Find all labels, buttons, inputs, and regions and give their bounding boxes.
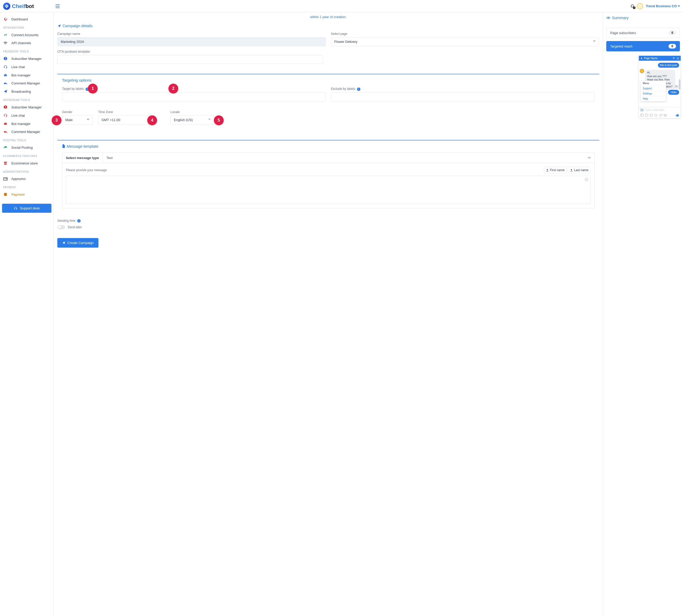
select-page-dropdown[interactable]: Flower Delivery — [331, 37, 599, 46]
sidebar-item-api-channels[interactable]: API channels — [1, 39, 52, 47]
sidebar-item-ig-live-chat[interactable]: Live chat — [1, 111, 52, 119]
section-payment: PAYMENT — [1, 183, 52, 190]
message-textarea[interactable] — [66, 176, 591, 204]
id-card-icon — [3, 177, 8, 181]
camera-icon[interactable] — [664, 114, 667, 117]
sidebar-item-payment[interactable]: Payment — [1, 190, 52, 199]
account-avatar[interactable] — [637, 3, 643, 9]
sidebar-item-fb-subscriber-manager[interactable]: Subscriber Manager — [1, 54, 52, 63]
stat-page-subscribers[interactable]: Page subscribers 0 — [606, 28, 680, 38]
locale-select[interactable]: English (US) — [170, 115, 214, 125]
divider — [57, 140, 599, 140]
sidebar-item-label: Live chat — [12, 114, 25, 117]
stat-targeted-reach[interactable]: Targeted reach 0 — [606, 41, 680, 51]
chat-menu-item-settings[interactable]: Settings — [641, 91, 666, 96]
insert-last-name-button[interactable]: Last name — [568, 167, 591, 174]
coins-icon — [3, 192, 8, 196]
stat-value: 0 — [668, 30, 676, 35]
sidebar-item-fb-comment-manager[interactable]: Comment Manager — [1, 79, 52, 87]
chat-page-name: Page Name — [644, 57, 658, 60]
sticker-icon[interactable] — [645, 114, 648, 117]
image-icon[interactable] — [640, 114, 643, 117]
main-content: within 1 year of creation. Campaign deta… — [54, 13, 603, 616]
insert-first-name-button[interactable]: First name — [544, 167, 567, 174]
share-icon — [3, 145, 8, 150]
svg-point-16 — [547, 169, 548, 170]
sidebar-item-label: Bot manager — [12, 73, 30, 77]
sidebar-item-ig-comment-manager[interactable]: Comment Manager — [1, 128, 52, 136]
svg-point-21 — [608, 17, 609, 18]
sidebar-item-label: Social Posting — [12, 146, 33, 150]
sidebar-item-label: Ecommerce store — [12, 161, 38, 165]
sidebar-item-dashboard[interactable]: Dashboard — [1, 15, 52, 23]
support-desk-button[interactable]: Support desk — [2, 204, 51, 213]
link-icon — [3, 33, 8, 37]
exclude-by-labels-input[interactable] — [331, 92, 595, 102]
sidebar-item-appsumo[interactable]: Appsumo — [1, 175, 52, 183]
target-by-labels-input[interactable] — [62, 92, 326, 102]
headset-icon — [3, 65, 8, 69]
info-icon[interactable]: i — [77, 219, 81, 223]
chat-menu-item-help[interactable]: Help — [641, 96, 666, 101]
svg-point-24 — [641, 114, 642, 115]
campaign-name-input[interactable] — [57, 37, 326, 46]
like-icon[interactable] — [676, 113, 679, 117]
notification-bell-icon[interactable]: 0 — [630, 4, 635, 8]
create-campaign-button[interactable]: Create Campaign — [57, 238, 99, 248]
chevron-left-icon[interactable] — [640, 57, 642, 59]
sidebar-item-label: Appsumo — [12, 177, 26, 181]
svg-point-10 — [5, 124, 5, 124]
message-template-title: Message template — [62, 144, 599, 149]
sidebar-item-ig-bot-manager[interactable]: Bot manager — [1, 119, 52, 128]
message-type-select[interactable]: Text — [103, 153, 594, 163]
sidebar-item-label: Subscriber Manager — [12, 105, 42, 109]
attachment-icon[interactable] — [659, 114, 662, 117]
svg-point-11 — [6, 124, 6, 124]
scrollbar-thumb[interactable] — [679, 79, 680, 90]
summary-panel: Summary Page subscribers 0 Targeted reac… — [603, 13, 683, 616]
sidebar-item-social-posting[interactable]: Social Posting — [1, 143, 52, 152]
otn-input[interactable] — [57, 55, 323, 64]
svg-point-5 — [5, 75, 5, 75]
menu-icon[interactable] — [640, 109, 643, 111]
brand-icon — [3, 3, 10, 10]
step-marker-4: 4 — [147, 115, 157, 125]
chat-menu-header: Menu — [641, 81, 666, 86]
stat-value: 0 — [668, 44, 676, 48]
gender-label: Gender — [62, 110, 93, 114]
brand-logo: Cheifbot — [3, 3, 34, 10]
send-later-label: Send later — [68, 225, 82, 229]
gear-icon[interactable] — [673, 57, 675, 60]
chat-input-placeholder[interactable]: Type a message... — [645, 108, 679, 111]
send-later-toggle[interactable] — [57, 225, 65, 229]
info-icon[interactable]: i — [357, 88, 360, 91]
sidebar-item-connect-accounts[interactable]: Connect Accounts — [1, 31, 52, 39]
gif-icon[interactable] — [650, 114, 653, 117]
emoji-icon[interactable] — [654, 114, 657, 117]
gender-select[interactable]: Male — [62, 115, 93, 125]
sidebar: Dashboard INTEGRATIONS Connect Accounts … — [0, 13, 54, 616]
sidebar-item-fb-live-chat[interactable]: Live chat — [1, 63, 52, 71]
timezone-select[interactable]: GMT +11.00 — [98, 115, 155, 125]
otn-label: OTN postback template — [57, 50, 323, 53]
hamburger-toggle-icon[interactable] — [56, 4, 60, 8]
account-dropdown[interactable]: Trend Business CO — [646, 4, 680, 8]
sidebar-item-ig-subscriber-manager[interactable]: Subscriber Manager — [1, 103, 52, 111]
info-note: within 1 year of creation. — [57, 14, 599, 22]
sidebar-item-broadcasting[interactable]: Broadcasting — [1, 87, 52, 95]
close-icon[interactable] — [677, 57, 679, 60]
eye-icon — [606, 16, 611, 19]
sidebar-item-ecommerce-store[interactable]: Ecommerce store — [1, 159, 52, 167]
sidebar-item-fb-bot-manager[interactable]: Bot manager — [1, 71, 52, 79]
emoji-picker-icon[interactable] — [584, 178, 588, 181]
section-ecommerce: ECOMMERCE FEATURES — [1, 152, 52, 159]
store-icon — [3, 161, 8, 165]
reply-all-icon — [3, 130, 8, 134]
sidebar-item-label: Comment Manager — [12, 81, 40, 85]
sidebar-item-label: API channels — [12, 41, 31, 45]
brand-text-1: Cheif — [12, 3, 26, 9]
chat-menu-item-support[interactable]: Support — [641, 86, 666, 91]
paper-plane-icon — [62, 241, 65, 244]
topbar: Cheifbot 0 Trend Business CO — [0, 0, 683, 13]
step-marker-3: 3 — [52, 115, 62, 125]
